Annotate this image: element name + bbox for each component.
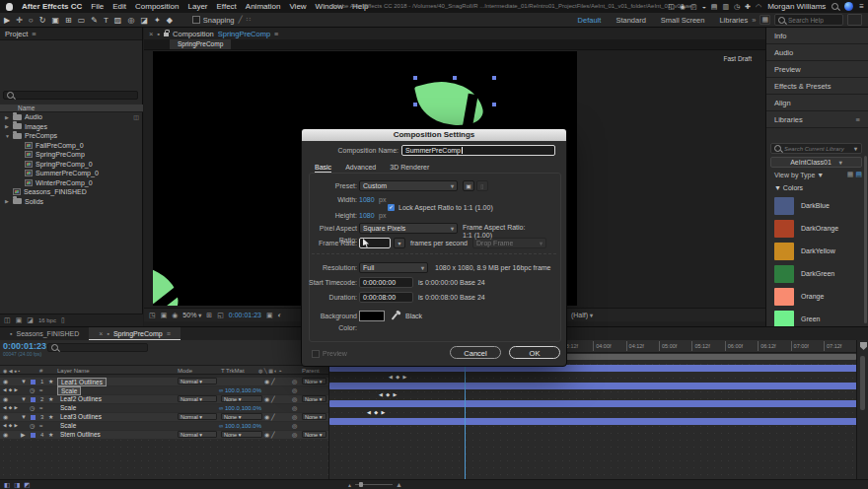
dialog-title[interactable]: Composition Settings — [302, 129, 566, 141]
panel-audio[interactable]: Audio — [766, 44, 868, 61]
spotlight-icon[interactable] — [832, 3, 838, 10]
zoom-track[interactable] — [355, 484, 393, 485]
exposure-icon[interactable]: ◐ — [278, 312, 282, 319]
tree-item-springprecomp-0[interactable]: SpringPreComp_0 — [0, 160, 143, 170]
property-name[interactable]: Scale — [57, 404, 79, 412]
eye-icon[interactable]: ◉ — [3, 395, 8, 403]
parent-dropdown[interactable]: None ▾ — [302, 395, 326, 402]
viewer-comp-name[interactable]: SpringPreComp — [218, 30, 270, 38]
layer-name[interactable]: Stem Outlines — [57, 431, 104, 439]
layer-row-leaf1-outlines[interactable]: ◉▼1★Leaf1 OutlinesNormal ▾◉ ╱◎None ▾ — [0, 378, 328, 386]
menu-layer[interactable]: Layer — [188, 2, 208, 11]
workspace-libraries[interactable]: Libraries — [719, 16, 748, 25]
parent-pickwhip-icon[interactable]: ◎ — [292, 378, 297, 385]
save-preset-icon[interactable]: ▣ — [463, 180, 474, 191]
layer-row-leaf2-outlines[interactable]: ◉▼2★Leaf2 OutlinesNormal ▾None ▾◉ ╱◎None… — [0, 395, 328, 404]
twirl-icon[interactable]: ▼ — [5, 133, 10, 139]
tree-item-audio[interactable]: ▶Audio◫ — [0, 112, 143, 122]
resolution-dropdown[interactable]: (Half) ▾ — [571, 312, 593, 318]
always-preview-icon[interactable]: ◳ — [149, 312, 156, 319]
scrollbar-thumb[interactable] — [860, 356, 865, 410]
rotate-tool[interactable]: ↻ — [39, 16, 46, 25]
menu-file[interactable]: File — [91, 2, 104, 11]
column-parent[interactable]: Parent — [302, 367, 320, 375]
zoom-in-icon[interactable]: ▲ — [396, 481, 402, 488]
show-channel-icon[interactable]: ◉ — [172, 312, 178, 319]
clone-stamp-tool[interactable]: ◎ — [127, 16, 134, 25]
pen-tool[interactable]: ✎ — [91, 16, 98, 25]
composition-name-input[interactable]: SummerPreComp — [401, 145, 555, 156]
layer-duration-bar[interactable] — [329, 383, 857, 389]
ok-button[interactable]: OK — [509, 346, 560, 359]
tree-item-images[interactable]: ▶Images — [0, 122, 143, 132]
preset-dropdown[interactable]: Custom▾ — [359, 180, 458, 191]
siri-icon[interactable] — [844, 2, 853, 11]
blend-mode-dropdown[interactable]: Normal ▾ — [178, 395, 217, 402]
snap-along-edges-icon[interactable]: ╱ — [239, 16, 243, 24]
zoom-out-icon[interactable]: ▲ — [347, 482, 352, 488]
wifi-icon[interactable]: ◠ — [756, 3, 761, 11]
selection-tool[interactable]: ▶ — [4, 16, 10, 25]
cancel-button[interactable]: Cancel — [450, 346, 501, 359]
selection-handle[interactable] — [453, 76, 457, 80]
current-time-display[interactable]: 0:00:01:23 — [3, 341, 46, 351]
column-number[interactable]: # — [39, 367, 42, 375]
hand-tool[interactable]: ✛ — [16, 16, 23, 25]
layer-switches[interactable]: ◉ ╱ — [264, 378, 275, 385]
menu-edit[interactable]: Edit — [112, 2, 126, 11]
twirl-icon[interactable]: ▼ — [21, 413, 27, 421]
brush-tool[interactable]: ▨ — [114, 16, 122, 25]
leaf-shape-partial[interactable] — [153, 268, 187, 306]
delete-preset-icon[interactable]: ▯ — [476, 180, 488, 191]
tree-item-solids[interactable]: ▶Solids — [0, 197, 143, 207]
trkmat-dropdown[interactable]: None ▾ — [221, 413, 262, 420]
layer-switches[interactable]: ◉ ╱ — [264, 413, 275, 421]
apple-icon[interactable] — [6, 3, 13, 11]
eye-icon[interactable]: ◉ — [3, 378, 8, 385]
selection-handle[interactable] — [413, 103, 417, 106]
background-color-swatch[interactable] — [359, 311, 385, 321]
layer-row-stem-outlines[interactable]: ◉▶4★Stem OutlinesNormal ▾None ▾◉ ╱◎None … — [0, 431, 328, 440]
parent-dropdown[interactable]: None ▾ — [302, 431, 326, 438]
current-time-display[interactable]: 0:00:01:23 — [229, 312, 261, 318]
keyframes[interactable]: ◀ ◆ ▶ — [367, 409, 386, 415]
eye-icon[interactable]: ◉ — [3, 413, 8, 421]
tree-item-summerprecomp-0[interactable]: SummerPreComp_0 — [0, 169, 143, 178]
roto-brush-tool[interactable]: ✦ — [154, 16, 161, 25]
pixel-aspect-dropdown[interactable]: Square Pixels▾ — [359, 223, 458, 234]
layer-switches[interactable]: ◉ ╱ — [264, 395, 275, 403]
layer-switches[interactable]: ◉ ╱ — [264, 431, 275, 439]
layer-duration-bar[interactable] — [329, 418, 857, 425]
snap-features-icon[interactable]: ∷ — [247, 16, 251, 24]
stopwatch-icon[interactable]: ◷ — [30, 422, 35, 430]
mirroring-icon[interactable]: ▥ — [722, 3, 729, 11]
shape-tool[interactable]: ▭ — [78, 16, 86, 25]
keyframe-navigator[interactable]: ◀ ◆ ▶ — [3, 404, 18, 412]
color-item-darkblue[interactable]: DarkBlue — [766, 194, 865, 217]
panel-menu-icon[interactable]: ≡ — [856, 115, 860, 124]
layer-name[interactable]: Leaf1 Outlines — [57, 378, 107, 386]
duration-input[interactable]: 0:00:08:00 — [359, 292, 413, 303]
twirl-icon[interactable]: ▶ — [5, 198, 10, 204]
user-menu[interactable]: Morgan Williams — [767, 2, 826, 11]
property-row-scale[interactable]: ◀ ◆ ▶◷≈Scale∞ 100.0,100.0%◎ — [0, 422, 328, 431]
eraser-tool[interactable]: ◪ — [140, 16, 148, 25]
layer-duration-bar[interactable] — [329, 400, 857, 407]
tree-item-seasons-finished[interactable]: Seasons_FINISHED — [0, 187, 143, 197]
tree-item-winterprecomp-0[interactable]: WinterPreComp_0 — [0, 178, 143, 188]
library-select-dropdown[interactable]: AeIntClass01 ▾ — [770, 157, 862, 168]
graph-editor-icon[interactable]: ◩ — [24, 481, 30, 489]
grid-view-icon[interactable]: ▦ — [847, 171, 854, 177]
parent-dropdown[interactable]: None ▾ — [302, 413, 326, 420]
frame-blend-icon[interactable]: ◧ — [4, 481, 10, 489]
delete-icon[interactable]: ▯ — [61, 316, 65, 324]
dialog-tab-3d-renderer[interactable]: 3D Renderer — [390, 162, 429, 173]
workspace-overflow-icon[interactable]: » — [752, 16, 756, 25]
camera-icon[interactable]: ▣ — [266, 312, 273, 319]
selection-handle[interactable] — [492, 76, 496, 80]
keyboard-icon[interactable]: ▤ — [711, 3, 718, 11]
timeline-tab-springprecomp[interactable]: ×▪SpringPreComp≡ — [89, 327, 180, 340]
blend-mode-dropdown[interactable]: Normal ▾ — [178, 431, 217, 438]
notification-center-icon[interactable]: ≡ — [859, 2, 864, 11]
property-value[interactable]: ∞ 100.0,100.0% — [219, 386, 261, 394]
